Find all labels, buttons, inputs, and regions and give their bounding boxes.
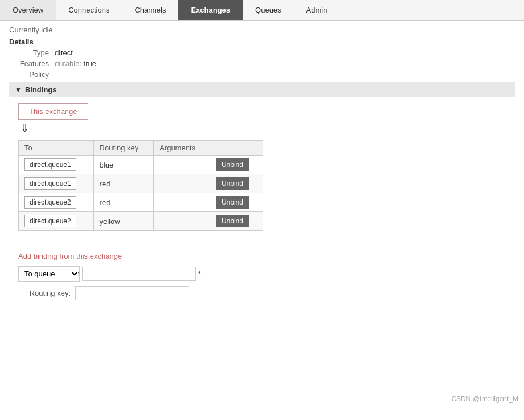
arguments-cell — [154, 212, 210, 231]
required-star: * — [198, 270, 201, 278]
arguments-cell — [154, 174, 210, 193]
col-action — [210, 141, 263, 156]
unbind-cell: Unbind — [210, 212, 263, 231]
details-title: Details — [9, 38, 515, 46]
queue-cell: direct.queue1 — [19, 174, 94, 193]
unbind-button[interactable]: Unbind — [216, 177, 249, 190]
table-row: direct.queue2 yellow Unbind — [19, 212, 263, 231]
routing-key-cell: red — [93, 174, 154, 193]
unbind-cell: Unbind — [210, 174, 263, 193]
bindings-table: To Routing key Arguments direct.queue1 b… — [18, 140, 263, 231]
features-val: true — [84, 59, 96, 68]
bindings-header[interactable]: ▼ Bindings — [9, 82, 515, 97]
details-features-row: Features durable: true — [9, 59, 515, 68]
queue-box: direct.queue1 — [24, 177, 76, 190]
unbind-button[interactable]: Unbind — [216, 196, 249, 209]
tab-overview[interactable]: Overview — [0, 0, 56, 20]
routing-key-cell: yellow — [93, 212, 154, 231]
add-binding-title: Add binding from this exchange — [18, 246, 506, 260]
bindings-body: This exchange ⇓ To Routing key Arguments… — [9, 103, 515, 236]
colon-separator: : — [75, 270, 82, 278]
details-type-row: Type direct — [9, 48, 515, 57]
table-header-row: To Routing key Arguments — [19, 141, 263, 156]
unbind-cell: Unbind — [210, 193, 263, 212]
routing-key-label: Routing key: — [18, 289, 75, 297]
col-routing-key: Routing key — [93, 141, 154, 156]
queue-cell: direct.queue1 — [19, 156, 94, 174]
type-value: direct — [55, 48, 73, 57]
col-to: To — [19, 141, 94, 156]
col-arguments: Arguments — [154, 141, 210, 156]
queue-cell: direct.queue2 — [19, 193, 94, 212]
routing-key-row: Routing key: — [18, 286, 506, 300]
arrow-down: ⇓ — [21, 122, 506, 134]
to-queue-select[interactable]: To queueTo exchange — [18, 266, 80, 282]
features-value: durable: true — [55, 59, 96, 68]
queue-box: direct.queue1 — [24, 158, 76, 171]
policy-label: Policy — [9, 70, 55, 79]
toggle-icon: ▼ — [15, 86, 22, 94]
table-row: direct.queue1 red Unbind — [19, 174, 263, 193]
bindings-section: ▼ Bindings This exchange ⇓ To Routing ke… — [9, 82, 515, 236]
arguments-cell — [154, 193, 210, 212]
type-label: Type — [9, 48, 55, 57]
unbind-button[interactable]: Unbind — [216, 215, 249, 227]
unbind-button[interactable]: Unbind — [216, 158, 249, 171]
queue-box: direct.queue2 — [24, 196, 76, 209]
nav-bar: OverviewConnectionsChannelsExchangesQueu… — [0, 0, 524, 21]
queue-cell: direct.queue2 — [19, 212, 94, 231]
unbind-cell: Unbind — [210, 156, 263, 174]
bindings-title: Bindings — [25, 85, 57, 94]
tab-queues[interactable]: Queues — [243, 0, 294, 20]
table-row: direct.queue2 red Unbind — [19, 193, 263, 212]
details-policy-row: Policy — [9, 70, 515, 79]
tab-admin[interactable]: Admin — [294, 0, 340, 20]
tab-exchanges[interactable]: Exchanges — [178, 0, 243, 20]
routing-key-cell: blue — [93, 156, 154, 174]
exchange-box: This exchange — [18, 103, 88, 120]
to-queue-label: To queueTo exchange — [18, 266, 75, 282]
to-queue-input[interactable] — [82, 267, 196, 281]
table-row: direct.queue1 blue Unbind — [19, 156, 263, 174]
status-text: Currently idle — [9, 26, 515, 34]
details-section: Details Type direct Features durable: tr… — [9, 38, 515, 79]
features-key: durable: — [55, 59, 81, 68]
queue-box: direct.queue2 — [24, 215, 76, 227]
add-binding-section: Add binding from this exchange To queueT… — [9, 246, 515, 300]
to-queue-row: To queueTo exchange : * — [18, 266, 506, 282]
routing-key-cell: red — [93, 193, 154, 212]
features-label: Features — [9, 59, 55, 68]
page-content: Currently idle Details Type direct Featu… — [0, 21, 524, 309]
exchange-box-wrapper: This exchange — [18, 103, 506, 122]
arguments-cell — [154, 156, 210, 174]
routing-key-input[interactable] — [75, 286, 189, 300]
tab-connections[interactable]: Connections — [56, 0, 122, 20]
tab-channels[interactable]: Channels — [122, 0, 178, 20]
